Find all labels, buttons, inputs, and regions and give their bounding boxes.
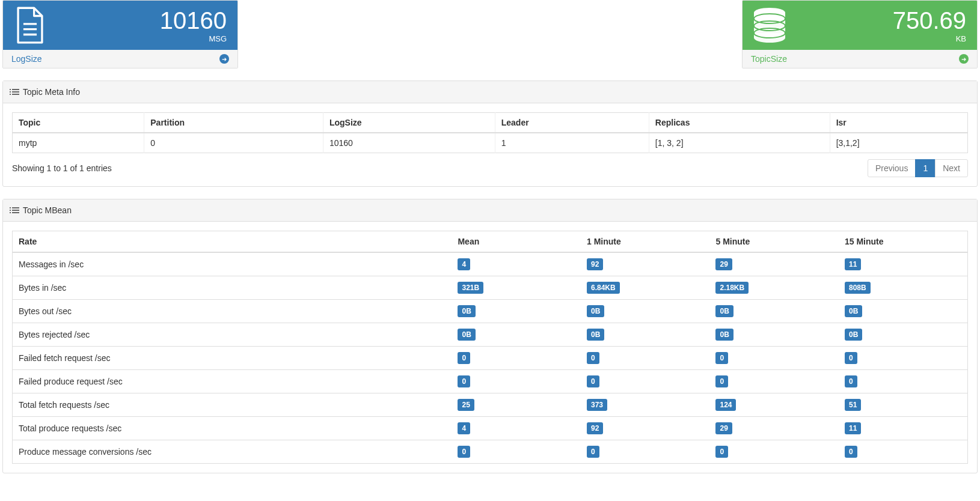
metric-badge: 373: [587, 399, 607, 411]
metric-badge: 0B: [587, 305, 604, 317]
metric-cell: 0B: [452, 300, 581, 323]
next-button[interactable]: Next: [935, 159, 968, 177]
metric-cell: 2.18KB: [709, 276, 839, 300]
metric-cell: 0: [839, 370, 968, 393]
meta-cell: mytp: [13, 133, 144, 153]
arrow-right-icon: ➜: [219, 54, 229, 64]
mbean-col-header: Mean: [452, 231, 581, 253]
topicsize-card-top: 750.69 KB: [743, 1, 977, 50]
metric-badge: 0: [845, 446, 857, 458]
logsize-unit: MSG: [57, 34, 227, 43]
metric-badge: 51: [845, 399, 861, 411]
table-row: Failed fetch request /sec0000: [13, 347, 968, 370]
metric-cell: 0: [839, 347, 968, 370]
metric-badge: 321B: [458, 282, 483, 294]
topic-meta-panel: Topic Meta Info TopicPartitionLogSizeLea…: [2, 80, 978, 187]
meta-col-header[interactable]: Isr: [830, 113, 967, 133]
topicsize-value: 750.69: [797, 8, 966, 33]
meta-col-header[interactable]: Topic: [13, 113, 144, 133]
metric-cell: 0B: [452, 323, 581, 347]
metric-badge: 808B: [845, 282, 871, 294]
mbean-col-header: 15 Minute: [839, 231, 968, 253]
meta-col-header[interactable]: LogSize: [323, 113, 495, 133]
metric-badge: 2.18KB: [715, 282, 749, 294]
metric-badge: 0: [458, 352, 470, 364]
meta-col-header[interactable]: Replicas: [649, 113, 830, 133]
topic-meta-title: Topic Meta Info: [23, 87, 80, 97]
metric-badge: 124: [715, 399, 736, 411]
metric-cell: 0: [581, 370, 710, 393]
metric-badge: 11: [845, 258, 861, 270]
metric-badge: 92: [587, 422, 603, 434]
metric-badge: 4: [458, 422, 470, 434]
metric-cell: 0B: [709, 300, 839, 323]
meta-cell: [3,1,2]: [830, 133, 967, 153]
meta-col-header[interactable]: Partition: [144, 113, 323, 133]
metric-cell: 0B: [709, 323, 839, 347]
metric-badge: 0B: [587, 329, 604, 341]
metric-cell: 124: [709, 393, 839, 417]
list-icon: [12, 207, 19, 213]
metric-badge: 4: [458, 258, 470, 270]
metric-cell: 0: [452, 440, 581, 464]
metric-badge: 0: [458, 446, 470, 458]
metric-cell: 6.84KB: [581, 276, 710, 300]
table-row: Total produce requests /sec4922911: [13, 417, 968, 440]
table-row: Bytes out /sec0B0B0B0B: [13, 300, 968, 323]
metric-badge: 0: [715, 375, 728, 387]
meta-col-header[interactable]: Leader: [495, 113, 649, 133]
metric-cell: 0B: [581, 300, 710, 323]
metric-badge: 11: [845, 422, 861, 434]
rate-label: Bytes out /sec: [13, 300, 452, 323]
topic-mbean-title: Topic MBean: [23, 205, 72, 215]
metric-cell: 0: [581, 440, 710, 464]
prev-button[interactable]: Previous: [868, 159, 916, 177]
topic-mbean-heading: Topic MBean: [3, 199, 977, 222]
metric-cell: 0: [452, 347, 581, 370]
metric-cell: 29: [709, 252, 839, 276]
rate-label: Failed produce request /sec: [13, 370, 452, 393]
table-row: mytp0101601[1, 3, 2][3,1,2]: [13, 133, 968, 153]
metric-cell: 51: [839, 393, 968, 417]
database-icon: [743, 7, 797, 44]
metric-badge: 0: [845, 375, 857, 387]
metric-cell: 29: [709, 417, 839, 440]
metric-badge: 0: [458, 375, 470, 387]
page-1-button[interactable]: 1: [915, 159, 936, 177]
table-row: Bytes rejected /sec0B0B0B0B: [13, 323, 968, 347]
metric-badge: 0: [587, 446, 599, 458]
metric-cell: 0: [709, 347, 839, 370]
metric-cell: 0B: [839, 323, 968, 347]
meta-cell: 10160: [323, 133, 495, 153]
mbean-table: RateMean1 Minute5 Minute15 Minute Messag…: [12, 231, 968, 464]
logsize-card-top: 10160 MSG: [3, 1, 237, 50]
table-row: Produce message conversions /sec0000: [13, 440, 968, 464]
metric-cell: 92: [581, 252, 710, 276]
rate-label: Produce message conversions /sec: [13, 440, 452, 464]
metric-badge: 0: [845, 352, 857, 364]
meta-table: TopicPartitionLogSizeLeaderReplicasIsr m…: [12, 112, 968, 153]
metric-badge: 0B: [458, 329, 475, 341]
metric-badge: 0B: [715, 305, 733, 317]
metric-cell: 11: [839, 417, 968, 440]
metric-badge: 0B: [845, 305, 862, 317]
list-icon: [12, 89, 19, 95]
meta-pagination: Previous 1 Next: [868, 159, 968, 177]
metric-cell: 0: [839, 440, 968, 464]
logsize-link[interactable]: LogSize ➜: [3, 50, 237, 68]
topicsize-card: 750.69 KB TopicSize ➜: [742, 0, 978, 68]
rate-label: Bytes rejected /sec: [13, 323, 452, 347]
metric-cell: 0: [709, 370, 839, 393]
metric-cell: 0: [581, 347, 710, 370]
metric-cell: 11: [839, 252, 968, 276]
table-row: Total fetch requests /sec2537312451: [13, 393, 968, 417]
meta-showing: Showing 1 to 1 of 1 entries: [12, 163, 112, 173]
metric-cell: 25: [452, 393, 581, 417]
rate-label: Total fetch requests /sec: [13, 393, 452, 417]
metric-cell: 4: [452, 252, 581, 276]
topicsize-link[interactable]: TopicSize ➜: [743, 50, 977, 68]
topic-mbean-panel: Topic MBean RateMean1 Minute5 Minute15 M…: [2, 199, 978, 473]
meta-cell: [1, 3, 2]: [649, 133, 830, 153]
mbean-col-header: Rate: [13, 231, 452, 253]
metric-badge: 0B: [458, 305, 475, 317]
